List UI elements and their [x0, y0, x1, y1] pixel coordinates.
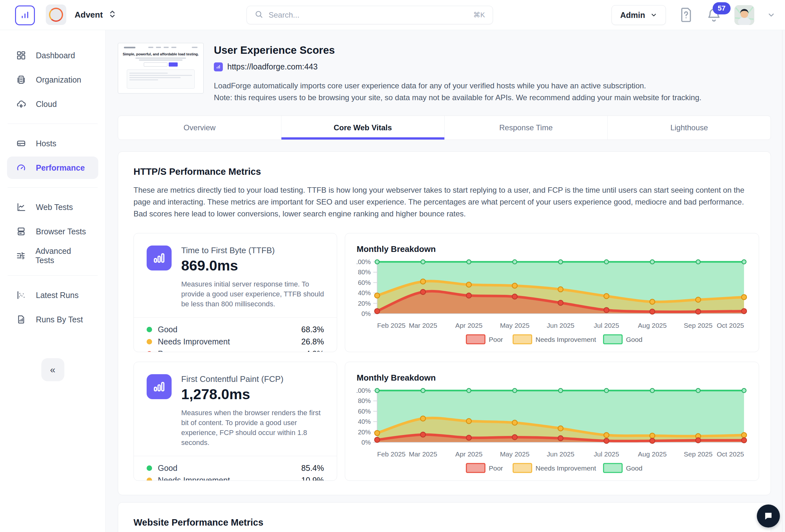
admin-menu-button[interactable]: Admin — [611, 5, 666, 25]
sidebar-collapse-button[interactable]: « — [41, 358, 65, 381]
fcp-monthly-chart-card: Monthly Breakdown 0%20%40%60%80%100%Feb … — [345, 362, 759, 481]
cloud-icon — [15, 99, 27, 109]
fcp-area-chart: 0%20%40%60%80%100%Feb 2025Mar 2025Apr 20… — [357, 383, 749, 485]
org-name: Advent — [75, 10, 103, 20]
tab-bar: Overview Core Web Vitals Response Time L… — [118, 116, 771, 140]
host-url-link[interactable]: https://loadforge.com:443 — [214, 62, 702, 71]
ttfb-metric-card: Time to First Byte (TTFB) 869.0ms Measur… — [133, 233, 337, 352]
chevron-down-icon — [650, 11, 657, 19]
top-bar: Advent ⌘K Admin — [0, 0, 785, 30]
sidebar-item-advanced-tests[interactable]: Advanced Tests — [7, 245, 98, 267]
sidebar-item-latest-runs[interactable]: Latest Runs — [7, 284, 98, 306]
chat-icon — [763, 511, 774, 522]
sidebar-item-runs-by-test[interactable]: Runs By Test — [7, 308, 98, 331]
scroll-edge — [782, 30, 782, 532]
svg-text:Needs Improvement: Needs Improvement — [536, 336, 596, 343]
svg-text:80%: 80% — [358, 269, 371, 276]
main-content: Simple, powerful, and affordable load te… — [106, 30, 785, 532]
fcp-metric-card: First Contentful Paint (FCP) 1,278.0ms M… — [133, 362, 337, 481]
notifications-button[interactable]: 57 — [706, 7, 721, 23]
metric-value: 1,278.0ms — [181, 386, 325, 403]
svg-text:Jul 2025: Jul 2025 — [594, 322, 619, 329]
profile-chevron-down-icon[interactable] — [767, 11, 776, 19]
section-description: These are metrics directly tied to your … — [133, 184, 758, 220]
svg-text:60%: 60% — [358, 279, 371, 286]
svg-text:Feb 2025: Feb 2025 — [377, 450, 406, 458]
svg-text:20%: 20% — [358, 429, 371, 436]
svg-text:Sep 2025: Sep 2025 — [684, 322, 713, 329]
host-icon — [214, 62, 223, 71]
sidebar-item-cloud[interactable]: Cloud — [7, 93, 98, 115]
svg-text:Good: Good — [626, 336, 642, 343]
metric-row-good: Good 85.4% — [147, 462, 324, 474]
help-icon — [679, 7, 693, 23]
collapse-icon: « — [50, 364, 55, 375]
browser-tests-icon — [15, 226, 27, 236]
site-thumbnail: Simple, powerful, and affordable load te… — [118, 43, 204, 94]
app-logo-icon[interactable] — [15, 5, 35, 25]
poor-dot — [147, 351, 152, 352]
dashboard-icon — [15, 50, 27, 60]
host-url: https://loadforge.com:443 — [227, 62, 318, 71]
metric-value: 869.0ms — [181, 257, 325, 274]
sidebar-item-browser-tests[interactable]: Browser Tests — [7, 220, 98, 243]
good-dot — [147, 465, 152, 471]
admin-label: Admin — [620, 10, 645, 20]
sidebar-item-organization[interactable]: Organization — [7, 69, 98, 91]
svg-text:40%: 40% — [358, 289, 371, 297]
sidebar: Dashboard Organization Cloud Hosts Perfo… — [0, 30, 106, 532]
metric-row-needs-improvement: Needs Improvement 10.9% — [147, 474, 324, 481]
performance-gauge-icon — [15, 162, 27, 173]
tab-overview[interactable]: Overview — [118, 116, 281, 140]
svg-text:Oct 2025: Oct 2025 — [717, 450, 744, 458]
section-heading: HTTP/S Performance Metrics — [133, 167, 758, 177]
search-icon — [254, 10, 263, 20]
divider — [8, 275, 98, 276]
metric-description: Measures initial server response time. T… — [181, 279, 325, 309]
svg-text:Jun 2025: Jun 2025 — [547, 322, 574, 329]
svg-text:Feb 2025: Feb 2025 — [377, 322, 406, 329]
page-title: User Experience Scores — [214, 44, 702, 56]
svg-text:Oct 2025: Oct 2025 — [717, 322, 744, 329]
org-switcher[interactable]: Advent — [46, 4, 116, 25]
needs-improvement-dot — [147, 478, 152, 481]
thumbnail-headline: Simple, powerful, and affordable load te… — [118, 52, 203, 56]
search-input[interactable] — [269, 10, 473, 20]
web-tests-icon — [15, 202, 27, 212]
sidebar-item-dashboard[interactable]: Dashboard — [7, 44, 98, 67]
tab-response-time[interactable]: Response Time — [445, 116, 608, 140]
svg-text:0%: 0% — [361, 310, 371, 317]
svg-text:Mar 2025: Mar 2025 — [409, 322, 437, 329]
svg-text:Aug 2025: Aug 2025 — [638, 322, 667, 329]
svg-text:80%: 80% — [358, 397, 371, 404]
svg-text:May 2025: May 2025 — [500, 450, 530, 458]
metric-bars-icon — [147, 246, 172, 271]
chart-title: Monthly Breakdown — [357, 244, 749, 254]
hosts-icon — [15, 138, 27, 149]
sidebar-item-web-tests[interactable]: Web Tests — [7, 196, 98, 218]
svg-text:Jun 2025: Jun 2025 — [547, 450, 574, 458]
help-button[interactable] — [679, 7, 693, 23]
svg-text:Apr 2025: Apr 2025 — [455, 450, 482, 458]
good-dot — [147, 327, 152, 332]
website-performance-section: Website Performance Metrics Below we hav… — [118, 502, 771, 532]
tab-core-web-vitals[interactable]: Core Web Vitals — [281, 116, 445, 140]
tab-lighthouse[interactable]: Lighthouse — [607, 116, 770, 140]
metric-row-needs-improvement: Needs Improvement 26.8% — [147, 335, 324, 348]
svg-text:100%: 100% — [357, 259, 371, 265]
metric-title: Time to First Byte (TTFB) — [181, 246, 325, 255]
sidebar-item-hosts[interactable]: Hosts — [7, 132, 98, 155]
svg-text:0%: 0% — [361, 439, 371, 446]
svg-text:60%: 60% — [358, 408, 371, 415]
user-avatar[interactable] — [734, 5, 754, 25]
chat-widget-button[interactable] — [757, 505, 780, 528]
svg-text:20%: 20% — [358, 300, 371, 307]
metric-row-poor: Poor 4.9% — [147, 348, 324, 352]
svg-text:100%: 100% — [357, 388, 371, 394]
search-shortcut: ⌘K — [473, 11, 485, 19]
svg-text:40%: 40% — [358, 418, 371, 425]
svg-text:May 2025: May 2025 — [500, 322, 530, 329]
sidebar-item-performance[interactable]: Performance — [7, 156, 98, 179]
ttfb-area-chart: 0%20%40%60%80%100%Feb 2025Mar 2025Apr 20… — [357, 254, 749, 357]
search-bar[interactable]: ⌘K — [247, 6, 493, 24]
